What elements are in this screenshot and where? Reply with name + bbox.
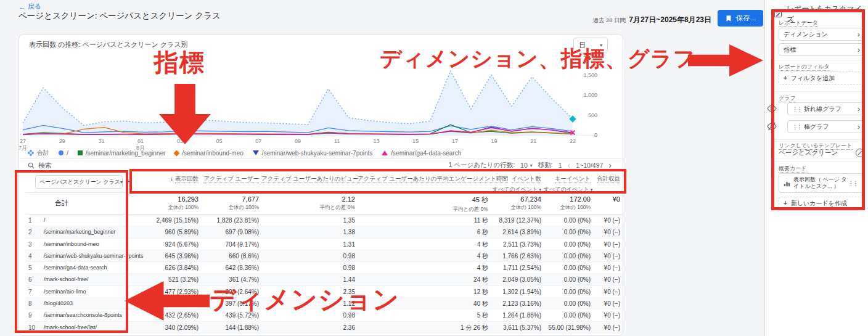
svg-text:29: 29 <box>59 138 65 144</box>
table-cell: 1,264 (1.88%) <box>491 309 544 321</box>
date-range[interactable]: 過去 28 日間7月27日~2025年8月23日 <box>592 15 711 25</box>
table-cell: 0.00 (0%) <box>544 262 593 274</box>
total-series-icon <box>28 150 34 156</box>
annotation-arrow-right <box>688 44 763 76</box>
annotation-box-dimension-column <box>15 170 128 333</box>
annotation-dimension-label: ディメンション <box>210 282 399 317</box>
totals-value: 16,293 <box>139 195 199 203</box>
table-cell: 0.00 (0%) <box>544 298 593 309</box>
svg-text:11: 11 <box>334 138 340 144</box>
legend-label: / <box>67 150 68 157</box>
table-cell: ¥0 (−) <box>593 274 623 285</box>
goto-value[interactable]: 1 <box>559 162 562 169</box>
back-arrow-icon: ← <box>18 3 25 10</box>
totals-cell: 67,234全体の 100% <box>491 193 544 214</box>
table-cell: ¥0 (−) <box>593 226 623 238</box>
table-cell: ¥0 (−) <box>593 262 623 274</box>
table-cell: 4 秒 <box>358 239 491 250</box>
date-range-label: 過去 28 日間 <box>592 17 626 23</box>
legend-item: /seminar/inbound-meo <box>174 150 244 157</box>
circle-series-icon <box>59 150 63 155</box>
rows-per-page-label: 1 ページあたりの行数: <box>448 161 515 170</box>
table-cell: 0.00 (0%) <box>544 286 593 298</box>
table-cell: ¥0 (−) <box>593 239 623 250</box>
totals-subtext: 全体の 100% <box>139 204 199 211</box>
table-cell: 144 (1.88%) <box>201 322 261 334</box>
annotation-box-customize-panel <box>771 9 865 210</box>
table-cell: 0.00 (0%) <box>544 274 593 285</box>
totals-value: 7,677 <box>201 195 259 203</box>
goto-label: 移動: <box>538 161 553 170</box>
next-page-button[interactable]: › <box>608 161 612 170</box>
legend-item: /seminar/web-shukyaku-seminar-7points <box>253 150 373 157</box>
table-cell: 6 秒 <box>358 226 491 238</box>
table-cell: 2,123 (3.16%) <box>491 298 544 309</box>
table-cell: ¥0 (−) <box>593 215 623 226</box>
totals-subtext: 全体の 100% <box>491 204 541 211</box>
svg-text:05: 05 <box>216 138 223 144</box>
table-cell: 1,828 (23.81%) <box>201 215 261 226</box>
table-cell: 2,469 (15.15%) <box>139 215 201 226</box>
save-button[interactable]: 保存... <box>718 10 763 27</box>
totals-cell: 7,677全体の 100% <box>201 193 261 214</box>
chevron-down-icon: ▾ <box>530 163 533 168</box>
table-cell: 4 秒 <box>358 262 491 274</box>
prev-page-button[interactable]: ‹ <box>568 161 571 170</box>
table-cell: 626 (3.84%) <box>139 262 201 274</box>
legend-item: /seminar/marketing_beginner <box>78 150 166 157</box>
chart-legend: 合計//seminar/marketing_beginner/seminar/i… <box>28 149 461 157</box>
legend-item: /seminar/ga4-data-search <box>382 150 461 157</box>
totals-cell: 45 秒平均との差 0% <box>358 193 491 214</box>
table-cell: 1,766 (2.63%) <box>491 250 544 262</box>
table-cell: 0.00 (0%) <box>544 226 593 238</box>
legend-label: /seminar/inbound-meo <box>182 150 244 157</box>
table-cell: 0.98 <box>261 262 358 274</box>
table-cell: 2.36 <box>261 322 358 334</box>
table-cell: ¥0 (−) <box>593 250 623 262</box>
square-series-icon <box>78 150 83 155</box>
table-cell: 0.98 <box>261 250 358 262</box>
back-link[interactable]: ← 戻る <box>18 2 41 11</box>
annotation-metric-label: 指標 <box>154 46 205 80</box>
table-cell: 1,711 (2.54%) <box>491 262 544 274</box>
table-cell: 1.31 <box>261 239 358 250</box>
svg-text:31: 31 <box>98 138 104 144</box>
save-icon <box>725 15 732 22</box>
table-cell: 1,302 (1.94%) <box>491 286 544 298</box>
table-cell: 645 (3.96%) <box>139 250 201 262</box>
table-cell: ¥0 (−) <box>593 309 623 321</box>
table-cell: 521 (3.2%) <box>139 274 201 285</box>
totals-subtext: 平均との差 0% <box>358 206 488 213</box>
diamond-series-icon <box>174 150 180 156</box>
svg-text:17: 17 <box>452 138 458 144</box>
legend-label: /seminar/ga4-data-search <box>391 150 461 157</box>
table-cell: 2,511 (3.73%) <box>491 239 544 250</box>
table-cell: 2,049 (3.05%) <box>491 274 544 285</box>
totals-cell: 2.12平均との差 0% <box>261 193 358 214</box>
svg-text:15: 15 <box>412 138 419 144</box>
table-cell: 960 (5.89%) <box>139 226 201 238</box>
legend-label: /seminar/web-shukyaku-seminar-7points <box>262 150 373 157</box>
table-cell: 4 秒 <box>358 250 491 262</box>
tri-down-series-icon <box>253 150 259 155</box>
table-cell: 0.00 (0%) <box>544 309 593 321</box>
table-cell: 660 (8.6%) <box>201 250 261 262</box>
rows-per-page-dropdown[interactable]: 10 ▾ <box>520 162 533 169</box>
totals-value: 45 秒 <box>358 195 488 205</box>
table-cell: ¥0 (−) <box>593 286 623 298</box>
table-cell: 642 (8.36%) <box>201 262 261 274</box>
table-cell: 697 (9.08%) <box>201 226 261 238</box>
svg-text:27: 27 <box>20 138 26 144</box>
table-cell: 1.35 <box>261 215 358 226</box>
totals-cell: 16,293全体の 100% <box>139 193 201 214</box>
annotation-box-metric-headers <box>129 169 626 194</box>
table-search[interactable]: 検索 <box>28 161 52 170</box>
table-cell: ¥0 (−) <box>593 322 623 334</box>
table-cell: 1.38 <box>261 226 358 238</box>
page-title: ページとスクリーン: ページパスとスクリーン クラス <box>18 10 221 22</box>
totals-value: 172.00 <box>544 195 591 203</box>
totals-value: ¥0 <box>593 195 620 203</box>
tri-up-series-icon <box>382 150 388 155</box>
svg-text:1,000: 1,000 <box>583 92 597 98</box>
legend-label: /seminar/marketing_beginner <box>86 150 166 157</box>
